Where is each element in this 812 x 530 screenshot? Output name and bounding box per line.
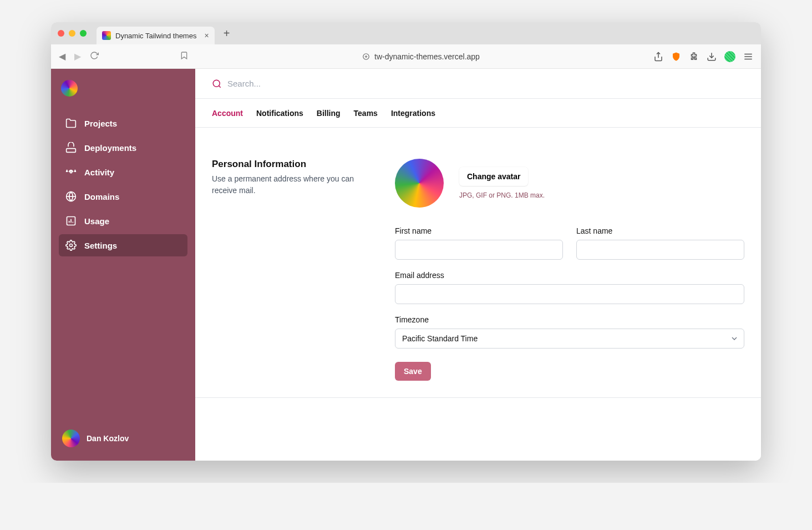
sidebar-item-projects[interactable]: Projects	[59, 112, 187, 134]
timezone-group: Timezone Pacific Standard Time	[395, 315, 744, 349]
site-toggle-icon	[362, 53, 370, 60]
search-icon	[212, 79, 222, 89]
personal-info-section: Personal Information Use a permanent add…	[195, 128, 761, 398]
section-title: Personal Information	[212, 159, 362, 170]
shield-icon[interactable]	[671, 52, 681, 62]
server-icon	[65, 142, 77, 153]
titlebar: Dynamic Tailwind themes × +	[51, 22, 761, 44]
folder-icon	[65, 118, 77, 129]
new-tab-button[interactable]: +	[219, 25, 235, 42]
svg-point-15	[213, 80, 220, 87]
forward-button[interactable]: ▶	[74, 51, 81, 62]
address-bar[interactable]: tw-dynamic-themes.vercel.app	[197, 52, 644, 61]
minimize-window-icon[interactable]	[69, 30, 75, 37]
window-controls	[58, 30, 87, 37]
save-button[interactable]: Save	[395, 362, 431, 381]
menu-icon[interactable]	[743, 52, 753, 62]
reload-button[interactable]	[90, 51, 99, 62]
tab-favicon-icon	[102, 31, 111, 40]
last-name-label: Last name	[576, 226, 744, 235]
chart-icon	[65, 215, 77, 226]
sidebar-user[interactable]: Dan Kozlov	[59, 425, 187, 452]
first-name-group: First name	[395, 226, 563, 260]
sidebar-item-label: Activity	[84, 168, 114, 177]
sidebar-item-deployments[interactable]: Deployments	[59, 137, 187, 159]
extensions-icon[interactable]	[689, 52, 699, 62]
personal-info-form: First name Last name Email address	[395, 226, 744, 349]
bookmark-button[interactable]	[180, 51, 189, 62]
timezone-label: Timezone	[395, 315, 744, 324]
tab-billing[interactable]: Billing	[317, 109, 341, 118]
tab-account[interactable]: Account	[212, 109, 243, 118]
globe-icon	[65, 191, 77, 202]
sidebar-item-usage[interactable]: Usage	[59, 210, 187, 232]
downloads-icon[interactable]	[707, 52, 717, 62]
sidebar-item-label: Usage	[84, 216, 109, 226]
tab-notifications[interactable]: Notifications	[256, 109, 303, 118]
back-button[interactable]: ◀	[59, 51, 65, 62]
timezone-select[interactable]: Pacific Standard Time	[395, 329, 744, 349]
change-avatar-button[interactable]: Change avatar	[459, 167, 528, 186]
first-name-label: First name	[395, 226, 563, 235]
section-description: Use a permanent address where you can re…	[212, 173, 362, 196]
browser-tab[interactable]: Dynamic Tailwind themes ×	[97, 27, 215, 44]
last-name-group: Last name	[576, 226, 744, 260]
first-name-input[interactable]	[395, 240, 563, 260]
sidebar-item-label: Projects	[84, 119, 117, 128]
user-avatar-icon	[62, 430, 80, 447]
url-text: tw-dynamic-themes.vercel.app	[374, 52, 480, 61]
sidebar-item-activity[interactable]: Activity	[59, 161, 187, 183]
close-window-icon[interactable]	[58, 30, 64, 37]
sidebar-item-label: Domains	[84, 192, 119, 201]
avatar-hint: JPG, GIF or PNG. 1MB max.	[459, 191, 545, 199]
share-icon[interactable]	[653, 52, 663, 62]
avatar-row: Change avatar JPG, GIF or PNG. 1MB max.	[395, 159, 744, 208]
app-logo-icon[interactable]	[61, 80, 78, 97]
svg-point-7	[70, 171, 72, 173]
svg-point-14	[70, 244, 73, 247]
signal-icon	[65, 166, 77, 178]
sidebar-item-label: Settings	[84, 241, 117, 250]
browser-window: Dynamic Tailwind themes × + ◀ ▶ tw-dynam…	[51, 22, 761, 461]
tab-title: Dynamic Tailwind themes	[115, 32, 196, 40]
sidebar-item-label: Deployments	[84, 143, 136, 153]
avatar-image	[395, 159, 444, 208]
svg-rect-6	[67, 149, 76, 153]
maximize-window-icon[interactable]	[80, 30, 87, 37]
sidebar: Projects Deployments Activity Domains Us…	[51, 69, 195, 461]
last-name-input[interactable]	[576, 240, 744, 260]
tab-teams[interactable]: Teams	[354, 109, 378, 118]
sidebar-item-domains[interactable]: Domains	[59, 185, 187, 208]
tab-integrations[interactable]: Integrations	[391, 109, 435, 118]
search-input[interactable]	[227, 79, 744, 88]
user-name: Dan Kozlov	[87, 434, 129, 443]
email-label: Email address	[395, 271, 744, 280]
email-group: Email address	[395, 271, 744, 304]
main-panel: Account Notifications Billing Teams Inte…	[195, 69, 761, 461]
email-input[interactable]	[395, 284, 744, 304]
svg-line-16	[219, 85, 220, 87]
sidebar-item-settings[interactable]: Settings	[59, 234, 187, 256]
gear-icon	[65, 240, 77, 251]
search-bar	[195, 69, 761, 99]
profile-icon[interactable]	[724, 51, 735, 62]
settings-tabs: Account Notifications Billing Teams Inte…	[195, 99, 761, 128]
sidebar-nav: Projects Deployments Activity Domains Us…	[59, 112, 187, 256]
browser-toolbar: ◀ ▶ tw-dynamic-themes.vercel.app	[51, 44, 761, 69]
page-content: Projects Deployments Activity Domains Us…	[51, 69, 761, 461]
close-tab-icon[interactable]: ×	[204, 31, 209, 40]
